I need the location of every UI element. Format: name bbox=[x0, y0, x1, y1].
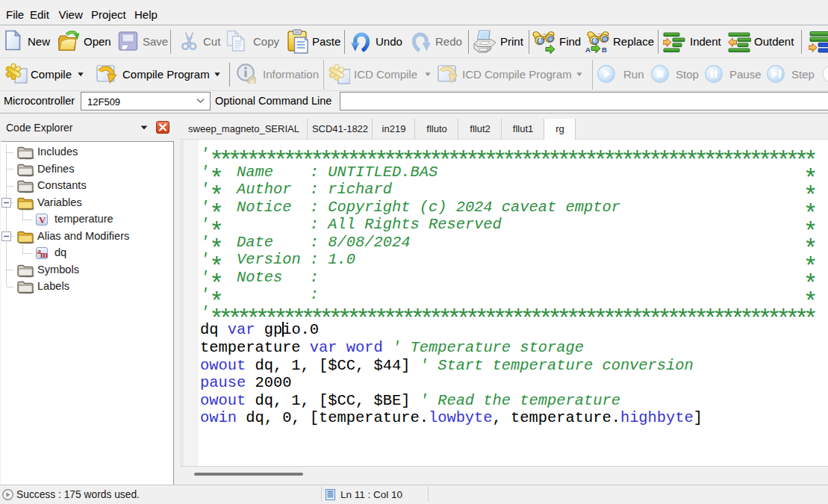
svg-text:A: A bbox=[585, 46, 591, 54]
svg-text:V: V bbox=[39, 214, 46, 225]
svg-text:B: B bbox=[602, 46, 607, 54]
svg-text:m: m bbox=[40, 249, 48, 259]
